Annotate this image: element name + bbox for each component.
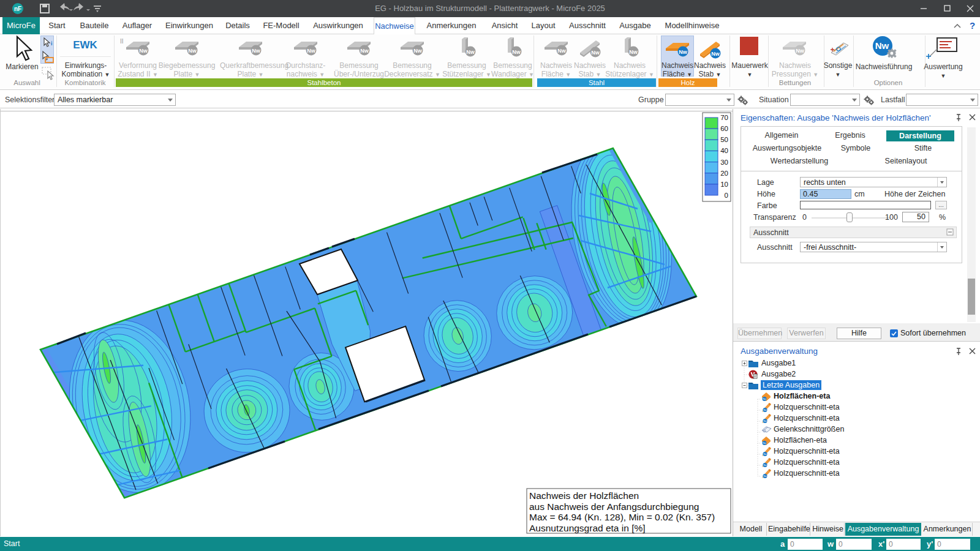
- svg-text:Nw: Nw: [763, 409, 767, 411]
- svg-text:Nw: Nw: [466, 49, 475, 55]
- svg-text:Nw: Nw: [188, 48, 197, 54]
- svg-text:i: i: [51, 40, 53, 47]
- svg-text:10: 10: [720, 181, 728, 188]
- svg-text:0: 0: [725, 192, 728, 199]
- svg-text:Nw: Nw: [139, 48, 148, 54]
- svg-text:70: 70: [720, 114, 728, 121]
- svg-text:Nw: Nw: [629, 49, 638, 55]
- svg-text:Nw: Nw: [591, 50, 600, 56]
- svg-text:Nw: Nw: [763, 398, 766, 400]
- svg-text:Nachweis der Holzflächen: Nachweis der Holzflächen: [529, 490, 639, 501]
- svg-text:Nw: Nw: [711, 51, 720, 57]
- svg-text:60: 60: [720, 125, 728, 132]
- svg-text:Nw: Nw: [763, 453, 767, 455]
- svg-text:Nw: Nw: [360, 48, 369, 54]
- svg-text:Nw: Nw: [763, 464, 767, 467]
- svg-text:Nw: Nw: [763, 420, 767, 422]
- svg-text:40: 40: [720, 147, 728, 154]
- svg-text:Nw: Nw: [252, 48, 260, 54]
- svg-text:Max = 64.94 (Kn. 128), Min = 0: Max = 64.94 (Kn. 128), Min = 0.02 (Kn. 3…: [529, 512, 715, 522]
- svg-text:Nw: Nw: [679, 49, 687, 55]
- svg-text:Nw: Nw: [512, 49, 521, 55]
- svg-text:Nw: Nw: [763, 475, 767, 478]
- svg-text:Nw: Nw: [413, 48, 422, 54]
- svg-text:aus Nachweis der Anfangsdurchb: aus Nachweis der Anfangsdurchbiegung: [529, 501, 699, 512]
- svg-text:Nw: Nw: [307, 48, 315, 54]
- svg-text:20: 20: [720, 170, 728, 177]
- svg-text:Nw: Nw: [557, 48, 566, 54]
- svg-text:30: 30: [720, 159, 728, 166]
- svg-text:Nw: Nw: [875, 40, 889, 51]
- svg-text:Nw: Nw: [796, 48, 804, 54]
- svg-text:Ausnutzungsgrad eta in [%]: Ausnutzungsgrad eta in [%]: [529, 523, 646, 533]
- svg-text:50: 50: [720, 136, 728, 143]
- svg-text:Nw: Nw: [763, 442, 766, 444]
